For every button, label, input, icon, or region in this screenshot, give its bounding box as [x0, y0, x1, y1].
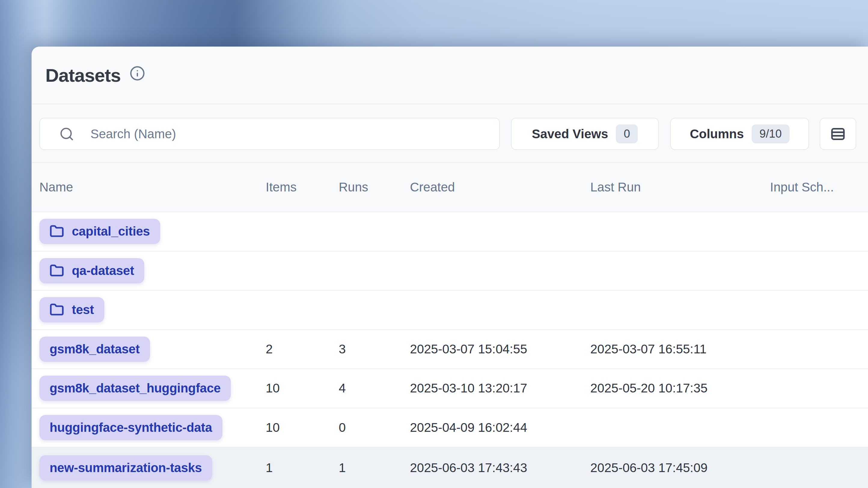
- created-cell: 2025-03-07 15:04:55: [410, 342, 590, 356]
- created-cell: 2025-03-10 13:20:17: [410, 381, 590, 395]
- toolbar: Saved Views 0 Columns 9/10: [32, 104, 868, 162]
- last-run-cell: 2025-05-20 10:17:35: [590, 381, 770, 395]
- rows-icon: [830, 126, 846, 142]
- dataset-name-label: gsm8k_dataset: [50, 342, 140, 356]
- table-header-row: Name Items Runs Created Last Run Input S…: [32, 163, 868, 212]
- row-height-button[interactable]: [819, 118, 856, 150]
- folder-icon: [50, 224, 64, 238]
- items-cell: 2: [266, 342, 339, 356]
- dataset-name-label: test: [72, 302, 94, 317]
- last-run-cell: 2025-03-07 16:55:11: [590, 342, 770, 356]
- runs-cell: 0: [339, 420, 410, 435]
- table-row: qa-dataset: [32, 251, 868, 290]
- dataset-name-label: new-summarization-tasks: [50, 461, 202, 475]
- last-run-cell: 2025-06-03 17:45:09: [590, 461, 770, 475]
- dataset-name-badge[interactable]: huggingface-synthetic-data: [39, 415, 222, 440]
- dataset-name-badge[interactable]: qa-dataset: [39, 258, 144, 283]
- search-icon: [59, 127, 74, 141]
- dataset-name-label: huggingface-synthetic-data: [50, 420, 212, 435]
- table-row: new-summarization-tasks 1 1 2025-06-03 1…: [32, 447, 868, 488]
- datasets-panel: Datasets Saved Views 0 Columns 9/10: [32, 46, 868, 488]
- saved-views-button[interactable]: Saved Views 0: [511, 118, 659, 150]
- items-cell: 10: [266, 420, 339, 435]
- items-cell: 10: [266, 381, 339, 395]
- dataset-name-label: qa-dataset: [72, 263, 134, 278]
- dataset-name-badge[interactable]: gsm8k_dataset_huggingface: [39, 376, 231, 401]
- info-icon[interactable]: [129, 66, 145, 81]
- panel-header: Datasets: [32, 46, 868, 104]
- column-header-items[interactable]: Items: [266, 180, 339, 194]
- created-cell: 2025-04-09 16:02:44: [410, 420, 590, 435]
- dataset-name-label: capital_cities: [72, 224, 150, 238]
- folder-icon: [50, 302, 64, 317]
- table-row: gsm8k_dataset_huggingface 10 4 2025-03-1…: [32, 368, 868, 408]
- dataset-name-badge[interactable]: gsm8k_dataset: [39, 336, 150, 362]
- columns-button[interactable]: Columns 9/10: [670, 118, 809, 150]
- saved-views-label: Saved Views: [532, 127, 608, 141]
- runs-cell: 1: [339, 461, 410, 475]
- columns-count-badge: 9/10: [752, 124, 789, 143]
- table-row: huggingface-synthetic-data 10 0 2025-04-…: [32, 408, 868, 447]
- dataset-name-label: gsm8k_dataset_huggingface: [50, 381, 221, 395]
- search-box: [39, 118, 500, 150]
- table-row: capital_cities: [32, 212, 868, 251]
- datasets-table: Name Items Runs Created Last Run Input S…: [32, 163, 868, 488]
- column-header-last-run[interactable]: Last Run: [590, 180, 770, 194]
- saved-views-count-badge: 0: [616, 124, 638, 143]
- created-cell: 2025-06-03 17:43:43: [410, 461, 590, 475]
- column-header-name[interactable]: Name: [39, 180, 266, 194]
- table-row: gsm8k_dataset 2 3 2025-03-07 15:04:55 20…: [32, 329, 868, 369]
- items-cell: 1: [266, 461, 339, 475]
- dataset-name-badge[interactable]: capital_cities: [39, 219, 160, 244]
- runs-cell: 3: [339, 342, 410, 356]
- folder-icon: [50, 263, 64, 278]
- column-header-input-schema[interactable]: Input Sch...: [770, 180, 868, 194]
- search-input[interactable]: [90, 119, 481, 149]
- page-title: Datasets: [45, 65, 121, 86]
- column-header-created[interactable]: Created: [410, 180, 590, 194]
- column-header-runs[interactable]: Runs: [339, 180, 410, 194]
- columns-label: Columns: [690, 127, 744, 141]
- dataset-name-badge[interactable]: new-summarization-tasks: [39, 455, 212, 481]
- runs-cell: 4: [339, 381, 410, 395]
- table-row: test: [32, 290, 868, 329]
- dataset-name-badge[interactable]: test: [39, 297, 104, 322]
